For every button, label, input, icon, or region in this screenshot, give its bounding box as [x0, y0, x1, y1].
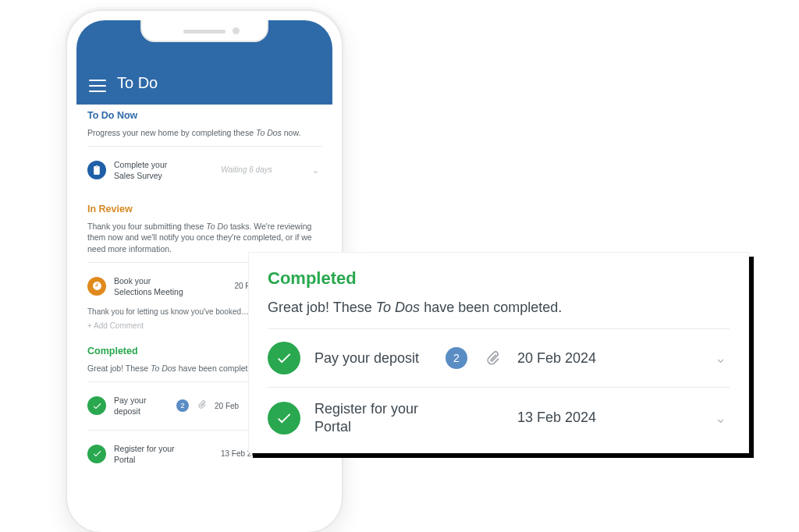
- chevron-down-icon[interactable]: ⌄: [309, 165, 321, 176]
- clipboard-icon: [87, 161, 106, 179]
- check-icon: [87, 445, 106, 463]
- completed-label: Pay your deposit: [114, 395, 169, 417]
- chevron-down-icon[interactable]: ⌄: [711, 349, 730, 367]
- count-badge: 2: [176, 399, 189, 412]
- callout-desc: Great job! These To Dos have been comple…: [268, 300, 730, 316]
- page-title: To Do: [117, 74, 158, 92]
- phone-notch: [140, 20, 268, 42]
- paperclip-icon: [197, 399, 207, 413]
- menu-icon[interactable]: [89, 80, 106, 92]
- callout-title: Completed: [268, 268, 730, 289]
- todo-status: Waiting 6 days: [192, 165, 301, 176]
- count-badge: 2: [446, 347, 467, 369]
- completed-callout: Completed Great job! These To Dos have b…: [248, 252, 749, 453]
- section-title-review: In Review: [87, 203, 321, 216]
- divider: [87, 146, 321, 147]
- callout-item-date: 13 Feb 2024: [517, 410, 697, 426]
- check-icon: [87, 396, 106, 415]
- completed-label: Register for your Portal: [114, 443, 176, 465]
- callout-row-deposit[interactable]: Pay your deposit 2 20 Feb 2024 ⌄: [268, 329, 730, 387]
- section-desc-review: Thank you four submitting these To Do ta…: [87, 221, 321, 254]
- callout-row-portal[interactable]: Register for your Portal 13 Feb 2024 ⌄: [268, 388, 730, 448]
- callout-item-label: Register for your Portal: [314, 400, 431, 435]
- chevron-down-icon[interactable]: ⌄: [711, 410, 730, 427]
- todo-label: Complete your Sales Survey: [114, 159, 184, 181]
- section-title-now: To Do Now: [87, 109, 321, 122]
- check-icon: [268, 402, 300, 434]
- review-label: Book your Selections Meeting: [114, 275, 184, 297]
- check-icon: [268, 342, 300, 374]
- section-desc-now: Progress your new home by completing the…: [87, 127, 321, 138]
- paperclip-icon: [481, 349, 503, 367]
- todo-row-survey[interactable]: Complete your Sales Survey Waiting 6 day…: [87, 151, 321, 189]
- callout-item-label: Pay your deposit: [314, 349, 431, 367]
- clock-icon: [87, 277, 106, 296]
- callout-item-date: 20 Feb 2024: [517, 350, 697, 367]
